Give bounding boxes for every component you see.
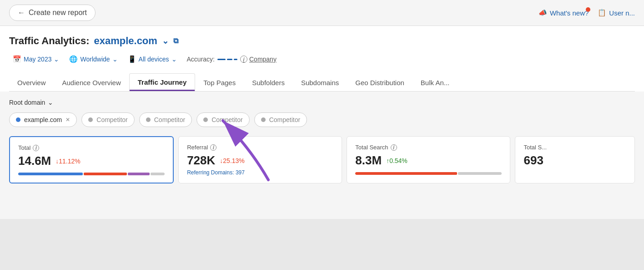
tab-bulk-analysis[interactable]: Bulk An... <box>413 74 458 91</box>
domain-tag-primary[interactable]: example.com ✕ <box>9 112 77 127</box>
referral-change: ↓25.13% <box>220 157 244 164</box>
content-area: Root domain ⌄ example.com ✕ Competitor C… <box>0 92 644 219</box>
metric-value-total-s: 693 <box>523 153 626 168</box>
external-link-icon[interactable]: ⧉ <box>173 37 178 45</box>
tab-audience-overview[interactable]: Audience Overview <box>54 74 129 91</box>
total-search-bar-chart <box>355 172 502 175</box>
globe-icon: 🌐 <box>69 55 78 63</box>
megaphone-icon: 📣 <box>538 9 547 17</box>
title-static: Traffic Analytics: <box>9 35 89 47</box>
tab-subdomains[interactable]: Subdomains <box>293 74 347 91</box>
competitor-dot-3 <box>203 117 208 122</box>
accuracy-label: Accuracy: <box>187 56 215 63</box>
competitor-dot-1 <box>88 117 93 122</box>
competitor-label-3: Competitor <box>211 116 242 123</box>
total-change: ↓11.12% <box>55 158 80 165</box>
metric-card-total: Total i 14.6M ↓11.12% <box>9 136 174 183</box>
top-right-actions: 📣 What's new? 📋 User n... <box>538 9 635 17</box>
accuracy-dashes <box>217 59 237 60</box>
date-filter-button[interactable]: 📅 May 2023 ⌄ <box>9 53 63 65</box>
tab-geo-distribution[interactable]: Geo Distribution <box>347 74 413 91</box>
competitor-label-2: Competitor <box>154 116 185 123</box>
back-arrow-icon: ← <box>18 9 25 17</box>
root-domain-row: Root domain ⌄ <box>9 99 635 106</box>
devices-filter-button[interactable]: 📱 All devices ⌄ <box>124 53 181 65</box>
total-search-info-icon[interactable]: i <box>391 144 397 151</box>
date-filter-label: May 2023 <box>24 56 51 63</box>
whats-new-label: What's new? <box>550 9 589 17</box>
domain-tag-competitor-1[interactable]: Competitor <box>81 112 134 127</box>
tab-overview[interactable]: Overview <box>9 74 54 91</box>
create-report-label: Create new report <box>29 9 87 17</box>
tab-subfolders[interactable]: Subfolders <box>244 74 293 91</box>
dash-3 <box>234 59 237 60</box>
bar-seg-purple <box>128 173 149 175</box>
user-menu-button[interactable]: 📋 User n... <box>598 9 635 17</box>
dash-1 <box>217 59 226 60</box>
page-title: Traffic Analytics: example.com ⌄ ⧉ <box>9 35 635 47</box>
domain-tag-competitor-3[interactable]: Competitor <box>196 112 249 127</box>
company-button[interactable]: i Company <box>240 56 277 63</box>
whats-new-button[interactable]: 📣 What's new? <box>538 9 589 17</box>
domain-dropdown-icon[interactable]: ⌄ <box>162 36 169 46</box>
notification-dot <box>586 7 590 12</box>
bar-seg-blue <box>18 173 83 175</box>
filters-row: 📅 May 2023 ⌄ 🌐 Worldwide ⌄ 📱 All devices… <box>9 53 635 65</box>
competitor-label-4: Competitor <box>269 116 300 123</box>
domain-link[interactable]: example.com <box>94 35 157 47</box>
devices-icon: 📱 <box>128 55 136 63</box>
root-domain-dropdown-icon: ⌄ <box>48 99 53 106</box>
accuracy-area: Accuracy: <box>187 56 237 63</box>
referral-domains-value: 397 <box>236 169 245 176</box>
primary-dot <box>16 117 20 122</box>
metric-value-referral: 728K ↓25.13% <box>187 153 333 168</box>
domain-tag-competitor-4[interactable]: Competitor <box>254 112 307 127</box>
metric-label-referral: Referral i <box>187 144 333 151</box>
root-domain-label: Root domain <box>9 99 45 106</box>
tabs-row: Overview Audience Overview Traffic Journ… <box>9 73 635 92</box>
metric-value-total: 14.6M ↓11.12% <box>18 154 165 168</box>
metric-label-total-search: Total Search i <box>355 144 502 151</box>
search-bar-red <box>355 172 457 175</box>
region-filter-button[interactable]: 🌐 Worldwide ⌄ <box>65 53 121 65</box>
search-bar-gray <box>458 172 502 175</box>
metric-card-total-s: Total S... 693 <box>515 136 635 183</box>
calendar-icon: 📅 <box>13 55 21 63</box>
tab-traffic-journey[interactable]: Traffic Journey <box>129 73 196 92</box>
main-content: Traffic Analytics: example.com ⌄ ⧉ 📅 May… <box>0 26 644 92</box>
info-icon: i <box>240 56 247 63</box>
root-domain-button[interactable]: Root domain ⌄ <box>9 99 53 106</box>
competitor-dot-4 <box>261 117 266 122</box>
metric-label-total: Total i <box>18 144 165 151</box>
dash-2 <box>227 59 232 60</box>
referral-info-icon[interactable]: i <box>210 144 216 151</box>
metric-card-referral: Referral i 728K ↓25.13% Referring Domain… <box>178 136 342 183</box>
company-label: Company <box>249 56 277 63</box>
region-filter-label: Worldwide <box>80 56 110 63</box>
top-bar: ← Create new report 📣 What's new? 📋 User… <box>0 0 644 26</box>
devices-filter-label: All devices <box>139 56 169 63</box>
remove-domain-icon[interactable]: ✕ <box>65 117 70 123</box>
competitor-dot-2 <box>146 117 151 122</box>
referral-sub: Referring Domains: 397 <box>187 169 333 176</box>
metric-label-total-s: Total S... <box>523 144 626 151</box>
devices-dropdown-icon: ⌄ <box>171 56 177 63</box>
date-dropdown-icon: ⌄ <box>54 56 59 63</box>
bar-seg-gray <box>151 173 165 175</box>
total-search-change: ↑0.54% <box>386 157 408 164</box>
metrics-row: Total i 14.6M ↓11.12% Referral i 728K <box>9 136 635 183</box>
total-bar-chart <box>18 173 165 175</box>
create-report-button[interactable]: ← Create new report <box>9 5 96 21</box>
domain-tag-competitor-2[interactable]: Competitor <box>139 112 192 127</box>
bar-seg-red <box>84 173 127 175</box>
total-info-icon[interactable]: i <box>33 145 39 151</box>
competitor-label-1: Competitor <box>96 116 127 123</box>
competitors-row: example.com ✕ Competitor Competitor Comp… <box>9 112 635 127</box>
metric-value-total-search: 8.3M ↑0.54% <box>355 153 502 168</box>
tab-top-pages[interactable]: Top Pages <box>195 74 244 91</box>
region-dropdown-icon: ⌄ <box>112 56 118 63</box>
user-menu-icon: 📋 <box>598 9 606 17</box>
metric-card-total-search: Total Search i 8.3M ↑0.54% <box>347 136 510 183</box>
user-menu-label: User n... <box>609 9 635 17</box>
primary-domain-label: example.com <box>24 116 62 123</box>
